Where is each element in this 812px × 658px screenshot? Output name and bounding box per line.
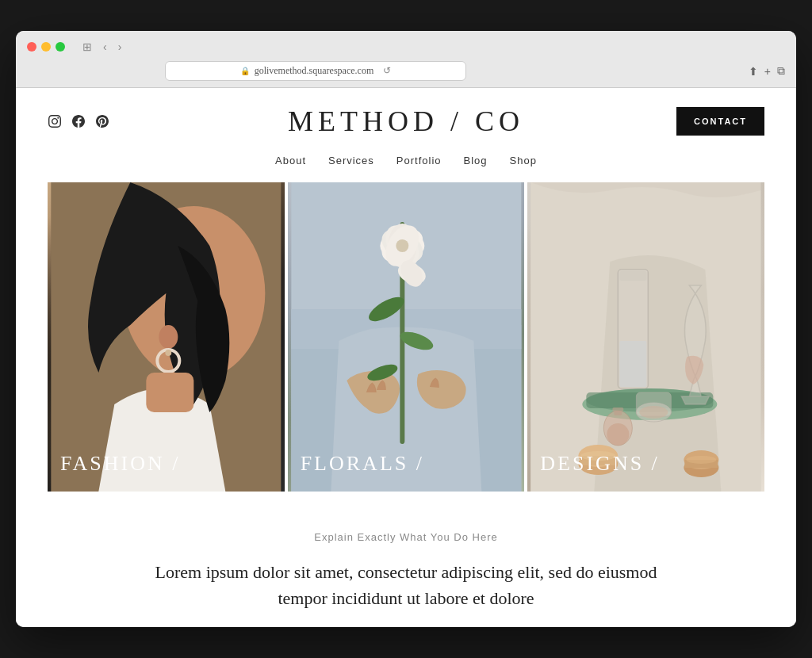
svg-rect-28 <box>620 341 647 387</box>
address-bar[interactable]: 🔒 golivemethod.squarespace.com ↺ <box>165 61 466 81</box>
nav-services[interactable]: Services <box>328 155 374 166</box>
section-subtitle: Explain Exactly What You Do Here <box>48 531 764 543</box>
site-header: METHOD / CO CONTACT <box>16 88 796 148</box>
back-button[interactable]: ‹ <box>100 39 110 55</box>
nav-blog[interactable]: Blog <box>464 155 488 166</box>
share-button[interactable]: ⬆ <box>749 64 758 78</box>
svg-rect-5 <box>146 373 193 412</box>
window-switcher[interactable]: ⊞ <box>79 39 95 55</box>
traffic-lights <box>27 42 65 52</box>
duplicate-button[interactable]: ⧉ <box>777 64 785 78</box>
nav-portfolio[interactable]: Portfolio <box>396 155 442 166</box>
nav-about[interactable]: About <box>275 155 306 166</box>
url-text: golivemethod.squarespace.com <box>255 65 374 77</box>
browser-window: ⊞ ‹ › 🔒 golivemethod.squarespace.com ↺ ⬆… <box>16 31 796 627</box>
florals-image <box>288 182 525 492</box>
grid-item-designs[interactable]: DESIGNS / <box>527 182 764 492</box>
lock-icon: 🔒 <box>240 67 250 75</box>
svg-point-31 <box>640 406 668 419</box>
contact-button[interactable]: CONTACT <box>676 107 764 136</box>
grid-item-florals[interactable]: FLORALS / <box>288 182 525 492</box>
fashion-image <box>48 182 285 492</box>
close-button[interactable] <box>27 42 36 52</box>
svg-rect-27 <box>620 271 647 281</box>
svg-point-43 <box>607 423 630 446</box>
site-content: METHOD / CO CONTACT About Services Portf… <box>16 88 796 627</box>
svg-point-39 <box>687 456 717 464</box>
site-title: METHOD / CO <box>288 105 524 138</box>
designs-label: DESIGNS / <box>540 452 660 476</box>
svg-point-2 <box>159 325 178 349</box>
minimize-button[interactable] <box>41 42 51 52</box>
browser-actions: ⬆ + ⧉ <box>749 64 785 78</box>
svg-rect-42 <box>613 407 624 411</box>
reload-icon[interactable]: ↺ <box>383 65 391 77</box>
svg-point-21 <box>396 239 408 252</box>
nav-shop[interactable]: Shop <box>510 155 537 166</box>
maximize-button[interactable] <box>56 42 65 52</box>
facebook-icon[interactable] <box>71 114 86 128</box>
social-icons <box>48 114 109 128</box>
grid-item-fashion[interactable]: FASHION / <box>48 182 285 492</box>
site-navigation: About Services Portfolio Blog Shop <box>16 148 796 182</box>
browser-chrome: ⊞ ‹ › 🔒 golivemethod.squarespace.com ↺ ⬆… <box>16 31 796 88</box>
florals-illustration <box>288 182 525 492</box>
section-body: Lorem ipsum dolor sit amet, consectetur … <box>152 559 660 611</box>
designs-illustration <box>527 182 764 492</box>
instagram-icon[interactable] <box>48 114 62 128</box>
new-tab-button[interactable]: + <box>764 64 771 78</box>
fashion-label: FASHION / <box>60 452 180 476</box>
svg-point-4 <box>165 350 171 356</box>
image-grid: FASHION / <box>48 182 764 492</box>
below-grid-section: Explain Exactly What You Do Here Lorem i… <box>16 492 796 627</box>
florals-label: FLORALS / <box>301 452 424 476</box>
browser-navigation: ⊞ ‹ › <box>79 39 124 55</box>
designs-image <box>527 182 764 492</box>
pinterest-icon[interactable] <box>95 114 109 128</box>
forward-button[interactable]: › <box>115 39 125 55</box>
fashion-illustration <box>48 182 285 492</box>
